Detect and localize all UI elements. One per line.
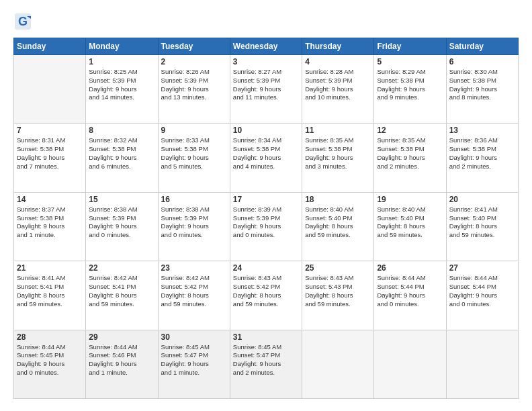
calendar-cell: 2Sunrise: 8:26 AM Sunset: 5:39 PM Daylig…	[158, 55, 230, 124]
day-number: 19	[377, 195, 443, 204]
day-info: Sunrise: 8:42 AM Sunset: 5:42 PM Dayligh…	[161, 274, 227, 308]
day-number: 17	[233, 195, 299, 204]
day-number: 1	[89, 57, 154, 66]
day-number: 30	[161, 332, 227, 342]
col-monday: Monday	[86, 38, 158, 55]
calendar-cell: 10Sunrise: 8:34 AM Sunset: 5:38 PM Dayli…	[230, 124, 302, 192]
logo: G	[13, 12, 35, 31]
day-number: 4	[305, 57, 371, 66]
calendar-header-row: Sunday Monday Tuesday Wednesday Thursday…	[14, 38, 519, 55]
calendar-cell: 6Sunrise: 8:30 AM Sunset: 5:38 PM Daylig…	[446, 55, 518, 124]
calendar-cell: 23Sunrise: 8:42 AM Sunset: 5:42 PM Dayli…	[158, 261, 230, 330]
calendar-week-row: 1Sunrise: 8:25 AM Sunset: 5:39 PM Daylig…	[14, 55, 519, 124]
day-number: 29	[89, 332, 154, 342]
calendar-cell: 17Sunrise: 8:39 AM Sunset: 5:39 PM Dayli…	[230, 192, 302, 261]
calendar-cell: 20Sunrise: 8:41 AM Sunset: 5:40 PM Dayli…	[446, 192, 518, 261]
calendar-cell: 12Sunrise: 8:35 AM Sunset: 5:38 PM Dayli…	[374, 124, 446, 192]
calendar-cell: 29Sunrise: 8:44 AM Sunset: 5:46 PM Dayli…	[86, 330, 158, 398]
col-sunday: Sunday	[14, 38, 86, 55]
calendar-cell: 25Sunrise: 8:43 AM Sunset: 5:43 PM Dayli…	[302, 261, 374, 330]
day-info: Sunrise: 8:42 AM Sunset: 5:41 PM Dayligh…	[89, 274, 154, 308]
calendar-week-row: 28Sunrise: 8:44 AM Sunset: 5:45 PM Dayli…	[14, 330, 519, 398]
svg-text:G: G	[18, 15, 28, 28]
day-info: Sunrise: 8:27 AM Sunset: 5:39 PM Dayligh…	[233, 68, 299, 102]
calendar-table: Sunday Monday Tuesday Wednesday Thursday…	[13, 38, 519, 399]
day-info: Sunrise: 8:32 AM Sunset: 5:38 PM Dayligh…	[89, 136, 154, 171]
day-info: Sunrise: 8:26 AM Sunset: 5:39 PM Dayligh…	[161, 68, 227, 102]
col-wednesday: Wednesday	[230, 38, 302, 55]
calendar-cell: 11Sunrise: 8:35 AM Sunset: 5:38 PM Dayli…	[302, 124, 374, 192]
calendar-cell: 21Sunrise: 8:41 AM Sunset: 5:41 PM Dayli…	[14, 261, 86, 330]
day-info: Sunrise: 8:34 AM Sunset: 5:38 PM Dayligh…	[233, 136, 299, 171]
day-number: 16	[161, 195, 227, 204]
day-number: 25	[305, 263, 371, 273]
day-info: Sunrise: 8:35 AM Sunset: 5:38 PM Dayligh…	[305, 136, 371, 171]
day-number: 9	[161, 126, 227, 135]
calendar-cell	[14, 55, 86, 124]
day-number: 31	[233, 332, 299, 342]
calendar-page: G Sunday Monday Tuesday Wednesday Thursd…	[0, 0, 532, 411]
day-info: Sunrise: 8:40 AM Sunset: 5:40 PM Dayligh…	[377, 205, 443, 240]
col-saturday: Saturday	[446, 38, 518, 55]
calendar-cell: 19Sunrise: 8:40 AM Sunset: 5:40 PM Dayli…	[374, 192, 446, 261]
calendar-cell: 15Sunrise: 8:38 AM Sunset: 5:39 PM Dayli…	[86, 192, 158, 261]
day-number: 20	[449, 195, 515, 204]
day-info: Sunrise: 8:36 AM Sunset: 5:38 PM Dayligh…	[449, 136, 515, 171]
calendar-week-row: 7Sunrise: 8:31 AM Sunset: 5:38 PM Daylig…	[14, 124, 519, 192]
col-tuesday: Tuesday	[158, 38, 230, 55]
calendar-cell: 4Sunrise: 8:28 AM Sunset: 5:39 PM Daylig…	[302, 55, 374, 124]
day-number: 26	[377, 263, 443, 273]
day-number: 14	[17, 195, 83, 204]
day-number: 27	[449, 263, 515, 273]
day-info: Sunrise: 8:45 AM Sunset: 5:47 PM Dayligh…	[233, 343, 299, 377]
day-info: Sunrise: 8:39 AM Sunset: 5:39 PM Dayligh…	[233, 205, 299, 240]
calendar-cell	[302, 330, 374, 398]
day-number: 6	[449, 57, 515, 66]
day-number: 21	[17, 263, 83, 273]
calendar-cell: 13Sunrise: 8:36 AM Sunset: 5:38 PM Dayli…	[446, 124, 518, 192]
calendar-cell: 7Sunrise: 8:31 AM Sunset: 5:38 PM Daylig…	[14, 124, 86, 192]
calendar-cell: 16Sunrise: 8:38 AM Sunset: 5:39 PM Dayli…	[158, 192, 230, 261]
calendar-cell	[374, 330, 446, 398]
day-info: Sunrise: 8:31 AM Sunset: 5:38 PM Dayligh…	[17, 136, 83, 171]
day-number: 2	[161, 57, 227, 66]
day-info: Sunrise: 8:40 AM Sunset: 5:40 PM Dayligh…	[305, 205, 371, 240]
day-info: Sunrise: 8:43 AM Sunset: 5:42 PM Dayligh…	[233, 274, 299, 308]
day-number: 22	[89, 263, 154, 273]
day-info: Sunrise: 8:28 AM Sunset: 5:39 PM Dayligh…	[305, 68, 371, 102]
day-number: 15	[89, 195, 154, 204]
day-info: Sunrise: 8:30 AM Sunset: 5:38 PM Dayligh…	[449, 68, 515, 102]
calendar-cell: 14Sunrise: 8:37 AM Sunset: 5:38 PM Dayli…	[14, 192, 86, 261]
page-header: G	[13, 12, 519, 31]
day-number: 5	[377, 57, 443, 66]
calendar-cell: 18Sunrise: 8:40 AM Sunset: 5:40 PM Dayli…	[302, 192, 374, 261]
calendar-week-row: 21Sunrise: 8:41 AM Sunset: 5:41 PM Dayli…	[14, 261, 519, 330]
day-number: 3	[233, 57, 299, 66]
logo-icon: G	[13, 12, 32, 31]
calendar-cell: 24Sunrise: 8:43 AM Sunset: 5:42 PM Dayli…	[230, 261, 302, 330]
day-info: Sunrise: 8:29 AM Sunset: 5:38 PM Dayligh…	[377, 68, 443, 102]
day-info: Sunrise: 8:37 AM Sunset: 5:38 PM Dayligh…	[17, 205, 83, 240]
calendar-cell: 5Sunrise: 8:29 AM Sunset: 5:38 PM Daylig…	[374, 55, 446, 124]
calendar-cell: 9Sunrise: 8:33 AM Sunset: 5:38 PM Daylig…	[158, 124, 230, 192]
col-thursday: Thursday	[302, 38, 374, 55]
day-number: 10	[233, 126, 299, 135]
day-number: 24	[233, 263, 299, 273]
day-number: 11	[305, 126, 371, 135]
day-info: Sunrise: 8:41 AM Sunset: 5:40 PM Dayligh…	[449, 205, 515, 240]
calendar-cell: 8Sunrise: 8:32 AM Sunset: 5:38 PM Daylig…	[86, 124, 158, 192]
calendar-cell: 1Sunrise: 8:25 AM Sunset: 5:39 PM Daylig…	[86, 55, 158, 124]
day-info: Sunrise: 8:44 AM Sunset: 5:44 PM Dayligh…	[449, 274, 515, 308]
calendar-cell	[446, 330, 518, 398]
calendar-cell: 31Sunrise: 8:45 AM Sunset: 5:47 PM Dayli…	[230, 330, 302, 398]
day-info: Sunrise: 8:38 AM Sunset: 5:39 PM Dayligh…	[161, 205, 227, 240]
day-number: 8	[89, 126, 154, 135]
day-info: Sunrise: 8:25 AM Sunset: 5:39 PM Dayligh…	[89, 68, 154, 102]
calendar-week-row: 14Sunrise: 8:37 AM Sunset: 5:38 PM Dayli…	[14, 192, 519, 261]
calendar-cell: 3Sunrise: 8:27 AM Sunset: 5:39 PM Daylig…	[230, 55, 302, 124]
day-info: Sunrise: 8:44 AM Sunset: 5:44 PM Dayligh…	[377, 274, 443, 308]
day-info: Sunrise: 8:41 AM Sunset: 5:41 PM Dayligh…	[17, 274, 83, 308]
calendar-cell: 26Sunrise: 8:44 AM Sunset: 5:44 PM Dayli…	[374, 261, 446, 330]
day-number: 7	[17, 126, 83, 135]
day-info: Sunrise: 8:43 AM Sunset: 5:43 PM Dayligh…	[305, 274, 371, 308]
